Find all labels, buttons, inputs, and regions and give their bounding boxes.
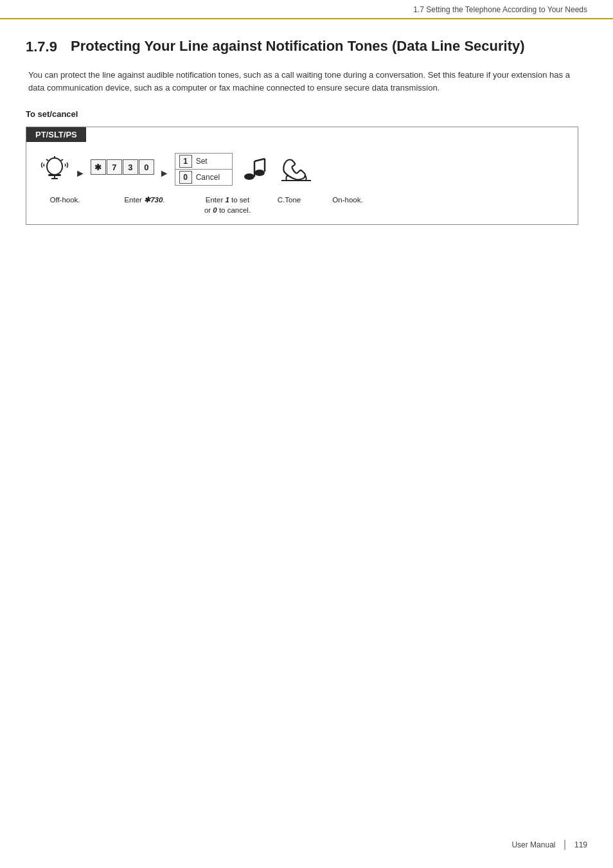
svg-point-7 <box>244 173 254 180</box>
svg-rect-4 <box>48 174 61 176</box>
footer-text: User Manual <box>511 840 555 849</box>
cancel-text: Cancel <box>196 173 220 181</box>
svg-line-9 <box>254 159 265 161</box>
setcancel-label: Enter 1 to setor 0 to cancel. <box>199 195 256 215</box>
set-row: 1 Set <box>175 154 232 170</box>
diagram-box: PT/SLT/PS <box>26 127 578 225</box>
offhook-label: Off-hook. <box>39 195 91 205</box>
svg-line-3 <box>61 159 63 161</box>
keyseq-label: Enter ✱730. <box>112 195 177 205</box>
set-key: 1 <box>179 155 192 168</box>
offhook-label-text: Off-hook. <box>49 196 80 204</box>
onhook-label: On-hook. <box>322 195 373 205</box>
cancel-row: 0 Cancel <box>175 170 232 185</box>
keyseq-label-text: Enter ✱730. <box>124 196 164 204</box>
onhook-svg <box>278 154 315 184</box>
set-text: Set <box>196 157 208 165</box>
section-number: 1.7.9 <box>26 37 71 55</box>
set-cancel-box: 1 Set 0 Cancel <box>175 153 233 186</box>
key-sequence: ✱ 7 3 0 <box>91 150 154 184</box>
c-tone-step <box>243 152 267 190</box>
diagram-labels-row: Off-hook. Enter ✱730. Enter 1 to setor 0… <box>26 195 578 224</box>
on-hook-step <box>278 152 315 190</box>
svg-line-2 <box>46 159 48 161</box>
device-label: PT/SLT/PS <box>26 127 86 142</box>
svg-point-11 <box>254 170 265 176</box>
description-text: You can protect the line against audible… <box>26 69 587 96</box>
footer: User Manual 119 <box>511 840 587 850</box>
header-bar: 1.7 Setting the Telephone According to Y… <box>0 0 613 19</box>
cancel-key: 0 <box>179 171 192 184</box>
tone-label: C.Tone <box>267 195 312 205</box>
key-sequence-step: ✱ 7 3 0 <box>91 152 154 190</box>
main-content: 1.7.9 Protecting Your Line against Notif… <box>0 19 613 251</box>
arrow-2: ► <box>159 156 170 191</box>
key-star: ✱ <box>91 159 106 175</box>
key-3: 3 <box>123 159 138 175</box>
section-title: Protecting Your Line against Notificatio… <box>71 37 525 56</box>
key-0: 0 <box>139 159 154 175</box>
svg-point-0 <box>47 158 62 175</box>
header-title: 1.7 Setting the Telephone According to Y… <box>413 5 587 14</box>
set-cancel-step: 1 Set 0 Cancel <box>175 153 233 190</box>
setcancel-label-text: Enter 1 to setor 0 to cancel. <box>204 196 251 214</box>
offhook-svg <box>39 154 70 184</box>
tone-svg <box>243 154 267 184</box>
diagram-row: ► ✱ 7 3 0 ► 1 <box>26 142 578 195</box>
arrow-1: ► <box>75 156 85 191</box>
footer-divider <box>564 840 565 850</box>
sub-heading: To set/cancel <box>26 109 587 119</box>
key-7: 7 <box>107 159 122 175</box>
footer-page: 119 <box>574 840 587 849</box>
off-hook-icon <box>39 152 70 186</box>
section-heading: 1.7.9 Protecting Your Line against Notif… <box>26 37 587 56</box>
on-hook-icon <box>278 152 315 186</box>
onhook-label-text: On-hook. <box>332 196 362 204</box>
key-seq-icons: ✱ 7 3 0 <box>91 152 154 186</box>
off-hook-step <box>39 152 70 190</box>
set-cancel-icons: 1 Set 0 Cancel <box>175 153 233 190</box>
device-label-bar: PT/SLT/PS <box>26 127 578 142</box>
tone-label-text: C.Tone <box>278 196 301 204</box>
tone-icon <box>243 152 267 186</box>
